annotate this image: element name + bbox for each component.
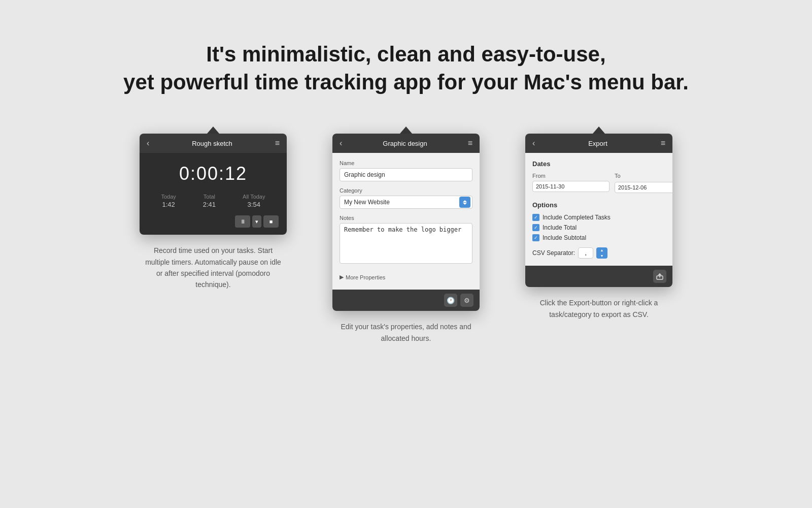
arrow-pointer-1 (207, 126, 219, 134)
to-label: To (615, 173, 672, 179)
options-section-title: Options (532, 201, 665, 209)
checkbox-subtotal[interactable]: ✓ Include Subtotal (532, 234, 665, 241)
stat-alltoday-value: 3:54 (248, 201, 260, 208)
timer-window: ‹ Rough sketch ≡ 0:00:12 Today 1:42 Tota… (140, 134, 287, 235)
name-input[interactable] (340, 168, 472, 181)
notes-field-group: Notes Remember to make the logo bigger (340, 215, 472, 266)
category-field-group: Category My New Website (340, 187, 472, 209)
timer-display: 0:00:12 (148, 163, 279, 184)
stat-today: Today 1:42 (161, 194, 176, 208)
stat-total-label: Total (204, 194, 215, 200)
timer-stats: Today 1:42 Total 2:41 All Today 3:54 (148, 194, 279, 208)
checkbox-completed-label: Include Completed Tasks (543, 214, 611, 221)
timer-back-button[interactable]: ‹ (147, 139, 149, 148)
arrow-pointer-3 (593, 126, 605, 134)
panel-export-col: ‹ Export ≡ Dates From To (523, 126, 675, 320)
task-title: Graphic design (383, 140, 427, 147)
export-menu-button[interactable]: ≡ (661, 139, 665, 148)
more-properties-label: More Properties (346, 274, 385, 280)
csv-separator-label: CSV Separator: (532, 249, 575, 257)
timer-content: 0:00:12 Today 1:42 Total 2:41 All Today … (140, 153, 287, 235)
checkbox-completed-icon: ✓ (532, 214, 539, 221)
settings-icon-button[interactable]: ⚙ (460, 294, 473, 307)
name-field-group: Name (340, 160, 472, 181)
checkbox-subtotal-label: Include Subtotal (543, 234, 586, 241)
timer-controls: ⏸ ▾ ■ (148, 215, 279, 228)
export-content: Dates From To ▲ ▼ (525, 153, 672, 266)
timer-description: Record time used on your tasks. Start mu… (142, 245, 284, 291)
panels-row: ‹ Rough sketch ≡ 0:00:12 Today 1:42 Tota… (137, 126, 675, 344)
csv-row: CSV Separator: ▲ ▼ (532, 247, 665, 259)
task-titlebar: ‹ Graphic design ≡ (332, 134, 480, 153)
checkbox-total[interactable]: ✓ Include Total (532, 224, 665, 231)
pause-dropdown-button[interactable]: ▾ (252, 215, 261, 228)
category-select-wrapper: My New Website (340, 196, 472, 209)
from-label: From (532, 173, 610, 179)
clock-icon-button[interactable]: 🕐 (444, 294, 457, 307)
from-date-group: From (532, 173, 610, 194)
stat-today-label: Today (161, 194, 176, 200)
export-titlebar: ‹ Export ≡ (525, 134, 672, 153)
csv-stepper[interactable]: ▲ ▼ (596, 247, 607, 259)
csv-stepper-down-icon[interactable]: ▼ (596, 253, 607, 259)
csv-separator-input[interactable] (578, 247, 593, 259)
task-description: Edit your task's properties, add notes a… (335, 321, 477, 344)
panel-task-col: ‹ Graphic design ≡ Name Category My New … (330, 126, 482, 344)
task-back-button[interactable]: ‹ (340, 139, 342, 148)
task-window: ‹ Graphic design ≡ Name Category My New … (332, 134, 480, 311)
task-menu-button[interactable]: ≡ (468, 139, 472, 148)
dates-section-title: Dates (532, 160, 665, 168)
stat-alltoday: All Today 3:54 (243, 194, 265, 208)
headline-line1: It's minimalistic, clean and easy-to-use… (206, 42, 605, 66)
task-bottom-bar: 🕐 ⚙ (332, 290, 480, 311)
notes-label: Notes (340, 215, 472, 221)
checkbox-group: ✓ Include Completed Tasks ✓ Include Tota… (532, 214, 665, 241)
checkbox-total-label: Include Total (543, 224, 577, 231)
task-content: Name Category My New Website Notes Remem… (332, 153, 480, 290)
category-select[interactable]: My New Website (340, 196, 472, 209)
pause-button[interactable]: ⏸ (235, 215, 250, 228)
export-back-button[interactable]: ‹ (532, 139, 535, 148)
export-bottom-bar (525, 266, 672, 287)
to-date-input[interactable] (615, 182, 672, 193)
timer-title: Rough sketch (192, 140, 232, 147)
panel-timer-col: ‹ Rough sketch ≡ 0:00:12 Today 1:42 Tota… (137, 126, 289, 291)
timer-menu-button[interactable]: ≡ (275, 139, 280, 148)
category-label: Category (340, 187, 472, 194)
name-label: Name (340, 160, 472, 166)
from-date-input[interactable] (532, 181, 610, 192)
stat-today-value: 1:42 (162, 201, 175, 208)
checkbox-subtotal-icon: ✓ (532, 234, 539, 241)
timer-titlebar: ‹ Rough sketch ≡ (140, 134, 287, 153)
to-date-group: To ▲ ▼ (615, 173, 672, 194)
stat-total-value: 2:41 (203, 201, 216, 208)
arrow-pointer-2 (400, 126, 412, 134)
notes-textarea[interactable]: Remember to make the logo bigger (340, 223, 472, 264)
stat-total: Total 2:41 (203, 194, 216, 208)
checkbox-total-icon: ✓ (532, 224, 539, 231)
export-share-button[interactable] (653, 270, 666, 283)
share-icon (656, 273, 663, 280)
export-window: ‹ Export ≡ Dates From To (525, 134, 672, 287)
csv-stepper-up-icon[interactable]: ▲ (596, 247, 607, 253)
stop-button[interactable]: ■ (263, 215, 279, 228)
to-date-input-wrapper: ▲ ▼ (615, 181, 672, 194)
date-range-row: From To ▲ ▼ (532, 173, 665, 194)
export-description: Click the Export-button or right-click a… (528, 297, 670, 320)
headline-line2: yet powerful time tracking app for your … (123, 70, 689, 94)
headline: It's minimalistic, clean and easy-to-use… (123, 41, 689, 96)
checkbox-completed-tasks[interactable]: ✓ Include Completed Tasks (532, 214, 665, 221)
more-properties-arrow-icon: ▶ (340, 274, 344, 280)
stat-alltoday-label: All Today (243, 194, 265, 200)
more-properties-toggle[interactable]: ▶ More Properties (340, 272, 472, 282)
export-title: Export (588, 140, 607, 147)
